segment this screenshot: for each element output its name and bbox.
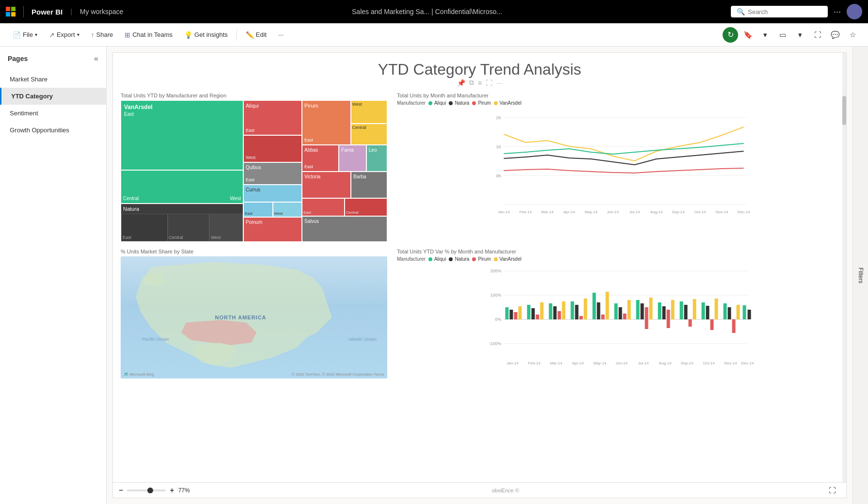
svg-rect-56 [663,306,666,319]
filters-panel[interactable]: Filters [852,47,868,504]
bottom-bar: − + 77% obviEnce © ⛶ [113,482,846,498]
svg-rect-38 [562,301,566,319]
svg-text:200%: 200% [490,268,501,273]
svg-rect-49 [623,314,627,319]
bar-chart[interactable]: Total Units YTD Var % by Month and Manuf… [393,249,838,379]
view-chevron-button[interactable]: ▾ [792,27,808,43]
svg-rect-48 [619,307,622,319]
svg-rect-33 [536,315,539,319]
svg-rect-44 [597,302,600,319]
bookmark-button[interactable]: 🔖 [740,27,756,43]
sidebar-collapse-button[interactable]: « [94,54,98,63]
svg-rect-58 [671,300,675,319]
get-insights-button[interactable]: 💡 Get insights [179,28,233,42]
zoom-controls: − + 77% [119,486,190,495]
treemap-victoria: Victoria [304,174,348,179]
chat-in-teams-button[interactable]: ⊞ Chat in Teams [120,28,177,42]
copy-icon[interactable]: ⧉ [469,79,474,87]
svg-rect-71 [732,319,736,333]
content-area: YTD Category Trend Analysis 📌 ⧉ ≡ ⛶ ··· … [107,47,852,504]
svg-text:May-14: May-14 [584,210,598,214]
bookmark-chevron-button[interactable]: ▾ [758,27,773,43]
map-chart[interactable]: % Units Market Share by State [121,249,387,379]
treemap-label: Total Units YTD by Manufacturer and Regi… [121,93,387,98]
svg-text:Dec-14: Dec-14 [742,361,754,365]
svg-rect-55 [658,302,662,319]
export-chevron-icon: ▾ [77,32,79,37]
share-icon: ↑ [91,31,95,39]
svg-rect-36 [553,306,557,319]
pin-icon[interactable]: 📌 [457,79,465,87]
sidebar-item-market-share[interactable]: Market Share [0,71,106,88]
bar-chart-svg: 200% 100% 0% -100% [397,264,838,370]
teams-icon: ⊞ [125,31,130,39]
svg-rect-27 [505,307,509,319]
svg-text:Jan-14: Jan-14 [506,361,519,365]
avatar[interactable] [847,4,862,19]
svg-text:Dec-14: Dec-14 [738,210,750,214]
insights-icon: 💡 [184,31,192,39]
report-inline-toolbar: 📌 ⧉ ≡ ⛶ ··· [113,79,846,87]
svg-rect-43 [593,293,596,319]
workspace-name[interactable]: My workspace [80,8,123,16]
line-chart-label: Total Units by Month and Manufacturer [397,93,838,98]
atlantic-ocean-label: Atlantic Ocean [348,337,377,342]
file-button[interactable]: 📄 File ▾ [8,28,42,42]
svg-text:0K: 0K [496,173,501,178]
more-toolbar-button[interactable]: ··· [273,28,288,41]
svg-text:100%: 100% [490,293,501,298]
line-chart[interactable]: Total Units by Month and Manufacturer Ma… [393,93,838,243]
svg-rect-45 [601,315,605,319]
fullscreen-button[interactable]: ⛶ [810,27,825,43]
svg-text:Mar-14: Mar-14 [550,361,563,365]
treemap-chart[interactable]: Total Units YTD by Manufacturer and Regi… [121,93,387,243]
sidebar-item-growth-opportunities[interactable]: Growth Opportunities [0,122,106,139]
file-chevron-icon: ▾ [35,32,37,37]
svg-text:Feb-14: Feb-14 [528,361,541,365]
share-button[interactable]: ↑ Share [86,28,118,42]
svg-rect-70 [728,307,731,319]
vertical-scrollbar[interactable] [842,53,846,482]
svg-rect-51 [636,300,640,319]
edit-icon: ✏️ [246,31,254,39]
search-box[interactable]: 🔍 [731,6,828,17]
view-button[interactable]: ▭ [775,27,790,43]
svg-text:0%: 0% [495,317,501,322]
top-nav: Power BI | My workspace Sales and Market… [0,0,868,23]
zoom-plus-button[interactable]: + [170,486,174,495]
svg-rect-67 [710,319,714,330]
bar-legend-natura: Natura [449,256,469,262]
market-share-label: Market Share [10,76,47,83]
more-options-icon[interactable]: ··· [834,7,841,17]
bar-legend-header: Manufacturer [397,256,426,262]
zoom-minus-button[interactable]: − [119,486,123,495]
ellipsis-icon[interactable]: ··· [496,79,502,87]
svg-text:1K: 1K [496,144,501,149]
more-toolbar-icon: ··· [278,31,284,38]
svg-text:-100%: -100% [489,341,501,346]
treemap-pomum: Pomum [246,220,262,225]
refresh-button[interactable]: ↻ [723,27,738,43]
svg-text:Mar-14: Mar-14 [541,210,554,214]
search-input[interactable] [748,8,816,16]
comment-button[interactable]: 💬 [827,27,843,43]
star-button[interactable]: ☆ [845,27,860,43]
pacific-ocean-label: Pacific Ocean [142,337,169,342]
line-legend-header: Manufacturer [397,100,426,106]
edit-button[interactable]: ✏️ Edit [241,28,271,42]
expand-icon[interactable]: ⛶ [486,79,492,87]
bar-legend-pirum: Pirum [472,256,490,262]
svg-rect-68 [715,299,718,319]
zoom-slider[interactable] [127,489,166,491]
svg-rect-53 [645,307,648,319]
treemap-leo: Leo [369,147,385,153]
format-icon[interactable]: ≡ [478,79,482,87]
sidebar-item-sentiment[interactable]: Sentiment [0,105,106,122]
svg-rect-65 [702,302,705,319]
svg-rect-29 [514,312,518,319]
insights-label: Get insights [194,31,228,38]
export-button[interactable]: ↗ Export ▾ [44,28,84,42]
svg-rect-35 [549,303,552,319]
sidebar-item-ytd-category[interactable]: YTD Category [0,88,106,105]
fit-page-button[interactable]: ⛶ [825,483,840,498]
